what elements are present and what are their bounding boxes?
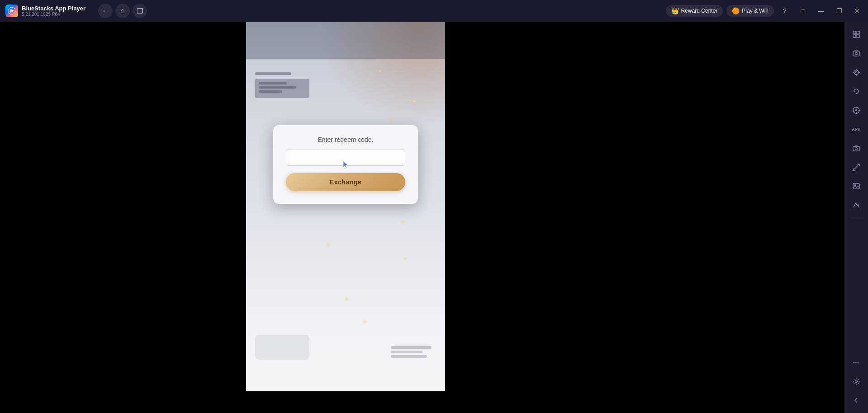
settings-icon-button[interactable]	[847, 372, 865, 390]
redeem-title: Enter redeem code.	[286, 136, 405, 143]
sidebar-bottom: •••	[847, 353, 865, 409]
game-ui-box	[255, 79, 309, 98]
app-name: BlueStacks App Player	[22, 5, 85, 12]
game-viewport: Enter redeem code. Exchange	[246, 0, 445, 391]
game-line-1	[391, 346, 432, 349]
game-ui-bar-4	[259, 90, 282, 93]
titlebar: BlueStacks App Player 5.21.201.1029 P64 …	[0, 0, 868, 22]
svg-point-10	[855, 71, 857, 73]
right-panel	[445, 22, 844, 413]
game-ui-bar-1	[255, 72, 291, 75]
svg-point-7	[855, 52, 858, 55]
menu-button[interactable]: ≡	[796, 4, 810, 18]
svg-rect-5	[857, 35, 859, 38]
sparkle-5	[327, 244, 329, 246]
svg-rect-21	[853, 146, 859, 151]
collapse-icon-button[interactable]	[847, 391, 865, 409]
app-version: 5.21.201.1029 P64	[22, 12, 85, 17]
game-bottom-right-group	[391, 346, 436, 360]
game-ui-bar-2	[259, 82, 287, 84]
sidebar-divider	[849, 217, 863, 217]
sparkle-2	[413, 100, 415, 102]
reward-center-button[interactable]: 👑 Reward Center	[666, 5, 723, 17]
coin-icon: 🟠	[732, 7, 740, 14]
help-button[interactable]: ?	[778, 4, 792, 18]
redeem-code-input[interactable]	[286, 150, 405, 166]
image-icon-button[interactable]	[847, 177, 865, 195]
rotation-icon-button[interactable]	[847, 82, 865, 100]
app-logo-area: BlueStacks App Player 5.21.201.1029 P64	[0, 5, 91, 17]
titlebar-right: 👑 Reward Center 🟠 Play & Win ? ≡ — ❐ ✕	[666, 4, 868, 18]
snap-icon-button[interactable]	[847, 139, 865, 157]
apk-icon-button[interactable]: APK	[847, 120, 865, 138]
svg-point-26	[855, 380, 858, 383]
back-button[interactable]: ←	[98, 4, 113, 18]
app-title-area: BlueStacks App Player 5.21.201.1029 P64	[22, 5, 85, 17]
exchange-button[interactable]: Exchange	[286, 173, 405, 191]
svg-point-9	[854, 70, 859, 75]
svg-point-16	[855, 109, 857, 111]
sparkle-4	[402, 221, 404, 223]
maximize-button[interactable]: ❐	[832, 4, 846, 18]
game-line-2	[391, 351, 422, 353]
sparkle-8	[364, 321, 365, 323]
game-ui-bar-3	[259, 86, 296, 89]
reward-center-label: Reward Center	[681, 8, 718, 14]
left-panel	[0, 22, 246, 413]
location-icon-button[interactable]	[847, 101, 865, 119]
svg-rect-3	[857, 31, 859, 34]
sparkle-7	[346, 298, 347, 300]
sparkle-3	[391, 120, 393, 122]
svg-rect-4	[853, 35, 856, 38]
svg-point-22	[855, 148, 858, 150]
game-line-3	[391, 355, 427, 358]
redeem-dialog: Enter redeem code. Exchange	[273, 125, 418, 204]
camera-icon-button[interactable]	[847, 63, 865, 81]
svg-line-23	[854, 164, 859, 170]
right-sidebar: APK •••	[844, 22, 868, 413]
svg-rect-6	[853, 51, 859, 56]
dots-icon-button[interactable]: •••	[847, 353, 865, 371]
minimize-button[interactable]: —	[814, 4, 828, 18]
macro-icon-button[interactable]	[847, 196, 865, 214]
resize-icon-button[interactable]	[847, 158, 865, 176]
sparkle-6	[404, 258, 406, 259]
game-ui-placeholder	[255, 72, 309, 98]
game-bottom-box-left	[255, 335, 309, 360]
nav-buttons: ← ⌂ ❐	[98, 4, 147, 18]
svg-rect-2	[853, 31, 856, 34]
play-and-win-label: Play & Win	[742, 8, 768, 14]
screenshot-icon-button[interactable]	[847, 44, 865, 62]
expand-icon-button[interactable]	[847, 25, 865, 43]
play-and-win-button[interactable]: 🟠 Play & Win	[726, 5, 774, 17]
home-button[interactable]: ⌂	[115, 4, 130, 18]
app-logo	[5, 5, 18, 17]
crown-icon: 👑	[671, 7, 679, 14]
multi-button[interactable]: ❐	[133, 4, 147, 18]
svg-marker-1	[10, 9, 14, 13]
svg-rect-8	[855, 50, 858, 51]
sparkle-1	[379, 70, 381, 72]
close-button[interactable]: ✕	[850, 4, 864, 18]
svg-rect-24	[853, 183, 859, 189]
